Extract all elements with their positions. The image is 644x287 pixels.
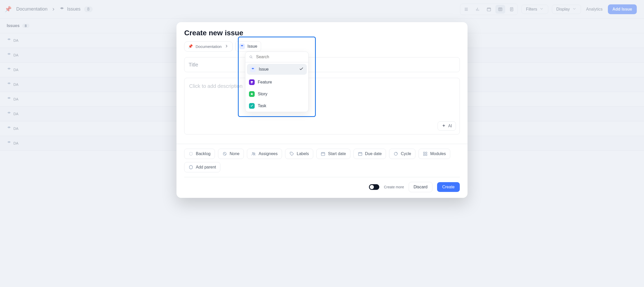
description-input[interactable]: Click to add description AI [184, 78, 460, 134]
backlog-chip[interactable]: Backlog [184, 149, 215, 159]
sparkle-icon [441, 124, 446, 128]
backlog-label: Backlog [196, 151, 211, 156]
discard-label: Discard [414, 185, 428, 189]
modal-footer: Backlog None Assignees Labels [176, 144, 468, 198]
ban-icon [222, 151, 227, 156]
dropdown-item-label: Task [258, 104, 266, 108]
due-date-chip[interactable]: Due date [353, 149, 386, 159]
modal-breadcrumb-chips: 📌 Documentation Issue [184, 41, 460, 52]
ai-button[interactable]: AI [438, 121, 456, 131]
ai-label: AI [448, 124, 452, 128]
assignees-label: Assignees [259, 151, 278, 156]
footer-chip-row: Backlog None Assignees Labels [184, 149, 460, 172]
tag-icon [289, 151, 294, 156]
project-chip[interactable]: 📌 Documentation [184, 41, 233, 52]
project-chip-label: Documentation [196, 44, 222, 49]
issue-icon [250, 66, 256, 72]
task-icon [249, 103, 255, 109]
assignees-chip[interactable]: Assignees [247, 149, 282, 159]
title-input[interactable]: Title [184, 57, 460, 72]
create-label: Create [442, 185, 455, 189]
title-placeholder: Title [189, 62, 198, 68]
add-parent-label: Add parent [196, 165, 216, 170]
dropdown-item-label: Story [258, 92, 267, 96]
create-more-toggle[interactable] [369, 184, 379, 190]
create-button[interactable]: Create [437, 182, 460, 192]
dropdown-search[interactable] [245, 52, 308, 62]
dropdown-item-story[interactable]: Story [245, 88, 308, 100]
create-more-label: Create more [384, 185, 404, 189]
start-date-label: Start date [328, 151, 346, 156]
dropdown-item-task[interactable]: Task [245, 100, 308, 112]
dropdown-list: Issue Feature Story Task [245, 64, 308, 112]
due-date-label: Due date [365, 151, 382, 156]
feature-icon [249, 79, 255, 85]
dropdown-item-label: Issue [259, 67, 269, 72]
dropdown-item-issue[interactable]: Issue [247, 64, 307, 75]
app-root: 📌 Documentation Issues 8 Filters [0, 0, 644, 287]
story-icon [249, 91, 255, 97]
dotted-circle-icon [189, 151, 193, 156]
labels-chip[interactable]: Labels [285, 149, 313, 159]
pin-icon: 📌 [188, 44, 193, 49]
chevron-right-icon [224, 44, 229, 49]
cycle-icon [393, 151, 398, 156]
create-issue-modal: Create new issue 📌 Documentation Issue [176, 22, 468, 198]
priority-chip[interactable]: None [218, 149, 244, 159]
module-icon [423, 151, 428, 156]
search-icon [249, 55, 253, 59]
modules-chip[interactable]: Modules [418, 149, 450, 159]
labels-label: Labels [297, 151, 309, 156]
add-parent-chip[interactable]: Add parent [184, 162, 220, 172]
dropdown-item-label: Feature [258, 80, 272, 85]
description-placeholder: Click to add description [189, 83, 243, 89]
modal-title: Create new issue [184, 29, 460, 37]
calendar-icon [358, 151, 363, 156]
modal-overlay[interactable]: Create new issue 📌 Documentation Issue [0, 0, 644, 287]
dropdown-search-input[interactable] [256, 54, 305, 60]
hex-icon [189, 165, 193, 170]
dropdown-item-feature[interactable]: Feature [245, 76, 308, 88]
modal-header: Create new issue 📌 Documentation Issue [176, 22, 468, 53]
discard-button[interactable]: Discard [409, 182, 432, 192]
start-date-chip[interactable]: Start date [316, 149, 350, 159]
calendar-icon [321, 151, 325, 156]
modules-label: Modules [430, 151, 446, 156]
cycle-chip[interactable]: Cycle [389, 149, 415, 159]
users-icon [251, 151, 256, 156]
check-icon [299, 66, 304, 72]
cycle-label: Cycle [401, 151, 411, 156]
priority-label: None [230, 151, 239, 156]
issue-type-dropdown: Issue Feature Story Task [245, 52, 309, 112]
